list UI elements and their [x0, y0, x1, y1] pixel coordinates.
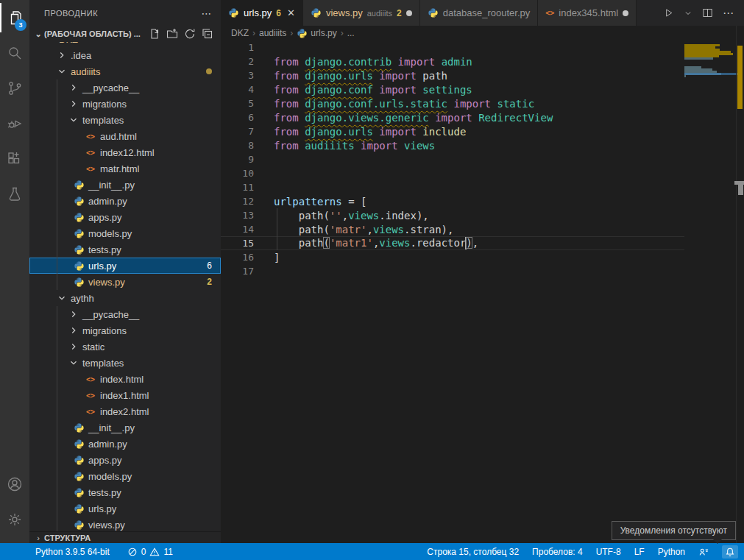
- tree-item--init-py[interactable]: __init__.py: [29, 177, 221, 193]
- status-language-mode[interactable]: Python: [658, 547, 685, 557]
- tree-item-migrations[interactable]: migrations: [29, 96, 221, 112]
- code-line-2[interactable]: 2from django.contrib import admin: [221, 54, 684, 68]
- code-line-6[interactable]: 6from django.views.generic import Redire…: [221, 110, 684, 124]
- activity-bar-manage[interactable]: [0, 502, 29, 537]
- tree-item-index2-html[interactable]: <>index2.html: [29, 403, 221, 419]
- line-number[interactable]: 3: [221, 70, 254, 81]
- breadcrumb-item[interactable]: audiiits: [259, 28, 286, 38]
- tree-item-templates[interactable]: templates: [29, 355, 221, 371]
- status-cursor-position[interactable]: Строка 15, столбец 32: [427, 547, 519, 557]
- code-line-15[interactable]: 15 path('matr1',views.redactor),: [221, 236, 684, 250]
- line-number[interactable]: 5: [221, 98, 254, 109]
- tree-item-admin-py[interactable]: admin.py: [29, 436, 221, 452]
- code-line-3[interactable]: 3from django.urls import path: [221, 68, 684, 82]
- status-problems[interactable]: 011: [127, 547, 173, 557]
- line-number[interactable]: 15: [221, 238, 254, 249]
- tab-views-py[interactable]: views.pyaudiiits2: [303, 0, 420, 26]
- line-number[interactable]: 6: [221, 112, 254, 123]
- tree-item-aud-html[interactable]: <>aud.html: [29, 128, 221, 144]
- status-interpreter[interactable]: Python 3.9.5 64-bit: [35, 547, 110, 557]
- workspace-section-header[interactable]: ⌄ (РАБОЧАЯ ОБЛАСТЬ) ...: [29, 26, 221, 42]
- tree-item-models-py[interactable]: models.py: [29, 225, 221, 241]
- activity-bar-testing[interactable]: [0, 177, 29, 212]
- line-number[interactable]: 13: [221, 210, 254, 221]
- refresh-icon[interactable]: [184, 28, 196, 40]
- line-number[interactable]: 8: [221, 140, 254, 151]
- status-indentation[interactable]: Пробелов: 4: [532, 547, 583, 557]
- collapse-all-icon[interactable]: [202, 28, 213, 40]
- run-icon[interactable]: [662, 7, 675, 19]
- tree-item-urls-py[interactable]: urls.py: [29, 500, 221, 517]
- tree-item-audiiits[interactable]: audiiits: [29, 63, 221, 79]
- code-line-8[interactable]: 8from audiiits import views: [221, 138, 684, 152]
- breadcrumb-item[interactable]: ...: [347, 28, 355, 38]
- line-number[interactable]: 10: [221, 168, 254, 179]
- activity-bar-run-and-debug[interactable]: [0, 106, 29, 141]
- line-number[interactable]: 2: [221, 56, 254, 67]
- tree-item-index1-html[interactable]: <>index1.html: [29, 387, 221, 403]
- tree-item-static[interactable]: static: [29, 339, 221, 355]
- breadcrumb-item[interactable]: DKZ: [231, 28, 249, 38]
- tree-item-admin-py[interactable]: admin.py: [29, 193, 221, 209]
- code-line-16[interactable]: 16]: [221, 250, 684, 264]
- chevron-down-icon[interactable]: [684, 9, 692, 18]
- line-number[interactable]: 9: [221, 154, 254, 165]
- code-line-4[interactable]: 4from django.conf import settings: [221, 82, 684, 96]
- tree-item-index-html[interactable]: <>index.html: [29, 371, 221, 387]
- split-editor-icon[interactable]: [701, 7, 714, 19]
- tree-item-apps-py[interactable]: apps.py: [29, 209, 221, 225]
- tree-item-index12-html[interactable]: <>index12.html: [29, 144, 221, 160]
- code-line-7[interactable]: 7from django.urls import include: [221, 124, 684, 138]
- tree-item-templates[interactable]: templates: [29, 112, 221, 128]
- code-line-10[interactable]: 10: [221, 166, 684, 180]
- tree-item-matr-html[interactable]: <>matr.html: [29, 160, 221, 177]
- breadcrumb-item[interactable]: urls.py: [297, 28, 336, 39]
- tree-item-migrations[interactable]: migrations: [29, 322, 221, 339]
- more-actions-icon[interactable]: ⋯: [202, 7, 213, 19]
- outline-section-header[interactable]: › СТРУКТУРА: [29, 531, 221, 543]
- tree-item--pycache-[interactable]: __pycache__: [29, 79, 221, 96]
- tree-item-aythh[interactable]: aythh: [29, 290, 221, 306]
- close-icon[interactable]: ✕: [287, 7, 295, 18]
- code-line-12[interactable]: 12urlpatterns = [: [221, 194, 684, 208]
- tree-item-tests-py[interactable]: tests.py: [29, 241, 221, 258]
- line-number[interactable]: 7: [221, 126, 254, 137]
- code-line-1[interactable]: 1: [221, 40, 684, 54]
- activity-bar-search[interactable]: [0, 35, 29, 71]
- line-number[interactable]: 11: [221, 182, 254, 193]
- activity-bar-extensions[interactable]: [0, 141, 29, 177]
- line-number[interactable]: 16: [221, 252, 254, 263]
- code-line-5[interactable]: 5from django.conf.urls.static import sta…: [221, 96, 684, 110]
- tree-item--init-py[interactable]: __init__.py: [29, 419, 221, 436]
- tab-urls-py[interactable]: urls.py6✕: [221, 0, 303, 26]
- more-icon[interactable]: ⋯: [723, 7, 734, 20]
- status-feedback[interactable]: [698, 547, 709, 557]
- code-line-13[interactable]: 13 path('',views.index),: [221, 208, 684, 222]
- tree-item-apps-py[interactable]: apps.py: [29, 452, 221, 468]
- tree-item-dkz[interactable]: DKZ: [29, 42, 221, 47]
- new-folder-icon[interactable]: [166, 28, 178, 40]
- status-eol[interactable]: LF: [634, 547, 645, 557]
- tree-item-views-py[interactable]: views.py2: [29, 274, 221, 290]
- new-file-icon[interactable]: [149, 28, 160, 40]
- status-encoding[interactable]: UTF-8: [596, 547, 621, 557]
- tree-item--pycache-[interactable]: __pycache__: [29, 306, 221, 322]
- code-line-17[interactable]: 17: [221, 264, 684, 278]
- tree-item-views-py[interactable]: views.py: [29, 517, 221, 531]
- tree-item--idea[interactable]: .idea: [29, 47, 221, 63]
- code-line-9[interactable]: 9: [221, 152, 684, 166]
- tree-item-urls-py[interactable]: urls.py6: [29, 258, 221, 274]
- line-number[interactable]: 14: [221, 224, 254, 235]
- code-line-14[interactable]: 14 path('matr',views.stran),: [221, 222, 684, 236]
- line-number[interactable]: 17: [221, 266, 254, 277]
- line-number[interactable]: 1: [221, 42, 254, 53]
- code-editor[interactable]: 12from django.contrib import admin3from …: [221, 40, 684, 543]
- minimap[interactable]: [684, 42, 736, 277]
- activity-bar-account[interactable]: [0, 467, 29, 502]
- tab-index345-html[interactable]: <>index345.html: [538, 0, 637, 26]
- activity-bar-source-control[interactable]: [0, 71, 29, 106]
- line-number[interactable]: 12: [221, 196, 254, 207]
- tree-item-models-py[interactable]: models.py: [29, 468, 221, 484]
- code-line-11[interactable]: 11: [221, 180, 684, 194]
- activity-bar-explorer[interactable]: 3: [0, 0, 29, 35]
